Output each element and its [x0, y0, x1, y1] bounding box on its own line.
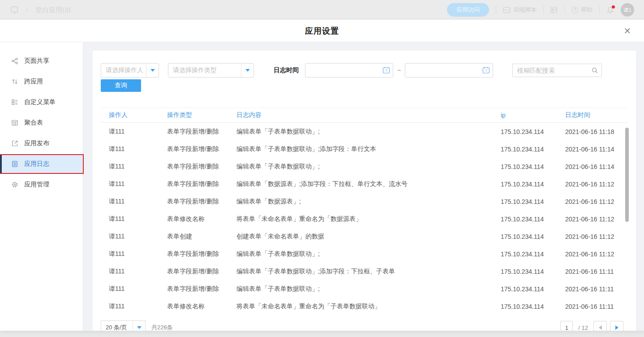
- date-start-wrap: 7: [305, 63, 393, 78]
- column-header-content: 日志内容: [236, 111, 501, 119]
- table-row: 谭111表单字段新增/删除编辑表单「子表单数据联动」;175.10.234.11…: [101, 123, 628, 140]
- table-cell-content: 将表单「未命名表单」重命名为「数据源表」: [236, 215, 501, 223]
- sidebar-item-page-share[interactable]: 页面共享: [0, 52, 83, 70]
- current-page-input[interactable]: 1: [560, 321, 573, 331]
- sidebar-item-app-log[interactable]: 应用日志: [0, 155, 83, 173]
- table-cell-ip: 175.10.234.114: [501, 181, 565, 188]
- table-row: 谭111表单字段新增/删除编辑表单「子表单数据联动」;添加字段：单行文本175.…: [101, 140, 628, 158]
- operator-select-placeholder: 请选择操作人: [101, 66, 146, 74]
- user-avatar[interactable]: 谭1: [621, 3, 634, 17]
- next-page-button[interactable]: [610, 321, 623, 331]
- table-header: 操作人 操作类型 日志内容 ip 日志时间: [101, 108, 628, 123]
- table-cell-ip: 175.10.234.114: [501, 285, 565, 293]
- table-cell-operator: 谭111: [109, 128, 167, 136]
- calendar-icon[interactable]: 7: [382, 66, 390, 76]
- table-cell-ip: 175.10.234.114: [501, 233, 565, 240]
- table-cell-content: 创建表单「未命名表单」的数据: [236, 233, 501, 241]
- table-cell-operator: 谭111: [109, 302, 167, 311]
- calendar-icon[interactable]: 7: [482, 66, 490, 76]
- app-home-icon[interactable]: [10, 5, 19, 14]
- divider: [543, 6, 544, 14]
- table-cell-type: 表单字段新增/删除: [167, 268, 236, 276]
- table-cell-content: 编辑表单「子表单数据联动」;: [236, 250, 501, 258]
- table-cell-operator: 谭111: [109, 198, 167, 206]
- table-cell-time: 2021-06-16 11:14: [565, 146, 628, 153]
- table-row: 谭111表单字段新增/删除编辑表单「子表单数据联动」;175.10.234.11…: [101, 245, 628, 263]
- table-row: 谭111表单字段新增/删除编辑表单「数据源表」;添加字段：下拉框、单行文本、流水…: [101, 175, 628, 193]
- chevron-down-icon: [133, 321, 145, 331]
- table-row: 谭111表单字段新增/删除编辑表单「子表单数据联动」;添加字段：下拉框、子表单1…: [101, 263, 628, 280]
- operation-type-select-placeholder: 请选择操作类型: [168, 66, 241, 74]
- publish-icon: [11, 140, 18, 147]
- table-row: 谭111表单字段新增/删除编辑表单「子表单数据联动」;175.10.234.11…: [101, 280, 628, 298]
- table-cell-time: 2021-06-16 11:14: [565, 163, 628, 170]
- backend-script-button[interactable]: 后端脚本: [503, 6, 537, 14]
- page-size-value: 20 条/页: [101, 324, 133, 331]
- sidebar-item-label: 跨应用: [24, 78, 43, 86]
- table-cell-ip: 175.10.234.114: [501, 303, 565, 310]
- share-icon: [11, 57, 18, 65]
- table-cell-type: 表单字段新增/删除: [167, 250, 236, 258]
- sidebar: 页面共享 跨应用: [0, 42, 83, 331]
- table-cell-ip: 175.10.234.114: [501, 128, 565, 135]
- app-settings-modal: 应用设置 ✕ 页面共享: [0, 20, 644, 331]
- log-panel: 请选择操作人 请选择操作类型 日志时间: [93, 51, 636, 331]
- table-cell-ip: 175.10.234.114: [501, 268, 565, 275]
- sidebar-item-app-manage[interactable]: 应用管理: [0, 176, 83, 194]
- page-size-select[interactable]: 20 条/页: [101, 320, 146, 331]
- contacts-icon: [550, 6, 558, 13]
- main-content: 请选择操作人 请选择操作类型 日志时间: [83, 42, 644, 331]
- sidebar-item-label: 聚合表: [24, 119, 43, 127]
- menu-layout-icon: [11, 99, 18, 106]
- notification-bell-icon[interactable]: [606, 6, 614, 14]
- date-end-input[interactable]: [405, 63, 493, 78]
- sidebar-item-label: 页面共享: [24, 57, 49, 65]
- operation-type-select[interactable]: 请选择操作类型: [168, 63, 254, 78]
- table-cell-type: 表单创建: [167, 233, 236, 241]
- table-cell-operator: 谭111: [109, 233, 167, 241]
- table-cell-type: 表单字段新增/删除: [167, 285, 236, 293]
- sidebar-item-label: 应用发布: [24, 139, 49, 147]
- table-cell-ip: 175.10.234.114: [501, 216, 565, 223]
- modal-header: 应用设置 ✕: [0, 20, 644, 42]
- sidebar-item-label: 自定义菜单: [24, 98, 56, 106]
- search-wrap: [512, 64, 602, 77]
- search-input[interactable]: [512, 64, 602, 77]
- sidebar-item-cross-app[interactable]: 跨应用: [0, 73, 83, 91]
- table-cell-content: 将表单「未命名表单」重命名为「子表单数据联动」: [236, 302, 501, 311]
- app-access-button[interactable]: 应用访问: [447, 3, 489, 17]
- table-cell-content: 编辑表单「数据源表」;: [236, 198, 501, 206]
- sidebar-item-custom-menu[interactable]: 自定义菜单: [0, 93, 83, 111]
- scrollbar-thumb[interactable]: [625, 128, 629, 222]
- table-cell-operator: 谭111: [109, 180, 167, 188]
- date-start-input[interactable]: [305, 63, 393, 78]
- table-cell-time: 2021-06-16 11:12: [565, 216, 628, 223]
- table-cell-type: 表单字段新增/删除: [167, 163, 236, 171]
- operator-select[interactable]: 请选择操作人: [101, 63, 159, 78]
- query-button[interactable]: 查询: [101, 79, 141, 92]
- table-cell-operator: 谭111: [109, 268, 167, 276]
- app-topbar: › 空白应用(3) 应用访问 后端脚本: [0, 0, 644, 20]
- log-table-body: 谭111表单字段新增/删除编辑表单「子表单数据联动」;175.10.234.11…: [101, 123, 628, 315]
- divider: [599, 6, 600, 14]
- backend-script-label: 后端脚本: [513, 6, 537, 14]
- sidebar-item-label: 应用管理: [24, 181, 49, 189]
- table-cell-time: 2021-06-16 11:12: [565, 198, 628, 205]
- sidebar-item-label: 应用日志: [24, 160, 49, 168]
- chevron-down-icon: [241, 64, 253, 77]
- sidebar-item-app-publish[interactable]: 应用发布: [0, 134, 83, 152]
- table-cell-operator: 谭111: [109, 163, 167, 171]
- help-button[interactable]: ? 帮助: [571, 6, 592, 14]
- close-icon[interactable]: ✕: [622, 25, 633, 37]
- question-icon: ?: [571, 7, 578, 13]
- divider: [496, 6, 496, 14]
- screen: › 空白应用(3) 应用访问 后端脚本: [0, 0, 644, 337]
- prev-page-button[interactable]: [593, 321, 607, 331]
- sidebar-item-aggregate-table[interactable]: 聚合表: [0, 114, 83, 132]
- table-cell-type: 表单字段新增/删除: [167, 128, 236, 136]
- table-cell-content: 编辑表单「子表单数据联动」;: [236, 128, 501, 136]
- table-cell-type: 表单字段新增/删除: [167, 145, 236, 153]
- contacts-button[interactable]: [550, 6, 558, 13]
- table-cell-time: 2021-06-16 11:11: [565, 285, 628, 293]
- table-row: 谭111表单修改名称将表单「未命名表单」重命名为「数据源表」175.10.234…: [101, 210, 628, 228]
